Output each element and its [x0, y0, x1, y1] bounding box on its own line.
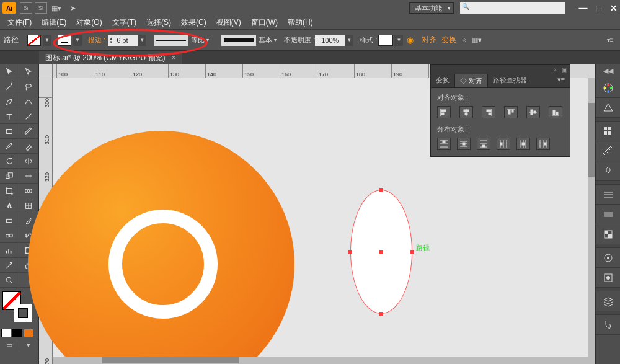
panel-collapse-button[interactable]: «: [553, 66, 557, 73]
panel-tab-transform[interactable]: 变换: [431, 74, 454, 87]
selection-tool[interactable]: [0, 64, 19, 79]
mini-swatch-black[interactable]: [12, 329, 22, 337]
stroke-swatch[interactable]: [58, 35, 71, 46]
menu-window[interactable]: 窗口(W): [246, 17, 283, 28]
anchor-right[interactable]: [410, 250, 414, 254]
arrange-docs-button[interactable]: ▦▾: [50, 2, 63, 14]
free-transform-tool[interactable]: [0, 184, 19, 198]
menu-file[interactable]: 文件(F): [2, 17, 37, 28]
align-right-button[interactable]: [482, 106, 495, 118]
opacity-label[interactable]: 不透明度 :: [284, 35, 315, 45]
align-link[interactable]: 对齐: [422, 35, 436, 45]
type-tool[interactable]: [0, 109, 19, 124]
dist-hcenter-button[interactable]: [516, 138, 530, 150]
panel-menu-icon[interactable]: ▾≡: [552, 74, 570, 87]
stroke-weight-dropdown[interactable]: ▼: [138, 35, 146, 46]
layers-panel-icon[interactable]: [596, 291, 620, 311]
fill-swatch[interactable]: [27, 35, 41, 46]
dist-top-button[interactable]: [437, 138, 451, 150]
control-bar-menu[interactable]: ▾≡: [604, 35, 616, 46]
gradient-panel-icon[interactable]: [596, 205, 620, 224]
variable-width-profile[interactable]: [154, 35, 188, 46]
shape-builder-tool[interactable]: [19, 184, 38, 198]
panel-tab-align[interactable]: ◇ 对齐: [454, 74, 488, 87]
panel-tab-pathfinder[interactable]: 路径查找器: [488, 74, 532, 87]
menu-select[interactable]: 选择(S): [141, 17, 176, 28]
stock-button[interactable]: St: [35, 2, 47, 14]
workspace-switcher[interactable]: 基本功能: [409, 2, 454, 14]
stroke-weight-label[interactable]: 描边 :: [88, 35, 105, 45]
transform-link[interactable]: 变换: [441, 35, 456, 45]
direct-selection-tool[interactable]: [19, 64, 38, 79]
symbols-panel-icon[interactable]: [596, 161, 620, 181]
anchor-top[interactable]: [379, 188, 383, 192]
window-maximize-button[interactable]: □: [596, 3, 601, 13]
horizontal-scrollbar[interactable]: [53, 357, 595, 364]
brush-label[interactable]: 基本: [259, 35, 277, 45]
style-dropdown[interactable]: ▼: [394, 35, 403, 46]
vertical-scrollbar[interactable]: [588, 78, 595, 364]
opacity-input[interactable]: 100%: [315, 35, 345, 46]
search-input[interactable]: [460, 2, 565, 14]
blend-tool[interactable]: [0, 228, 19, 243]
mini-swatch-orange[interactable]: [24, 329, 33, 337]
magic-wand-tool[interactable]: [0, 79, 19, 94]
menu-type[interactable]: 文字(T): [107, 17, 141, 28]
perspective-grid-tool[interactable]: [0, 198, 19, 213]
dist-bottom-button[interactable]: [477, 138, 490, 150]
graphic-styles-panel-icon[interactable]: [596, 268, 620, 288]
menu-help[interactable]: 帮助(H): [283, 17, 318, 28]
opacity-dropdown[interactable]: ▼: [345, 35, 353, 46]
artwork-white-ring[interactable]: [108, 210, 218, 319]
transparency-panel-icon[interactable]: [596, 224, 620, 244]
anchor-bottom[interactable]: [379, 312, 383, 316]
rotate-tool[interactable]: [0, 154, 19, 169]
menu-effect[interactable]: 效果(C): [176, 17, 211, 28]
canvas-area[interactable]: 100 110 120 130 140 150 160 170 180 190 …: [39, 64, 595, 364]
libraries-panel-icon[interactable]: [596, 315, 620, 335]
zoom-tool[interactable]: [0, 273, 19, 288]
align-hcenter-button[interactable]: [459, 106, 473, 118]
dock-expand-icon[interactable]: ◀◀: [596, 64, 620, 78]
pen-tool[interactable]: [0, 94, 19, 109]
scale-tool[interactable]: [0, 169, 19, 184]
lasso-tool[interactable]: [19, 79, 38, 94]
appearance-panel-icon[interactable]: [596, 248, 620, 268]
swatches-panel-icon[interactable]: [596, 122, 620, 141]
pencil-tool[interactable]: [0, 139, 19, 154]
bridge-button[interactable]: Br: [20, 2, 32, 14]
gpu-rocket-icon[interactable]: ➤: [66, 2, 79, 14]
dist-vcenter-button[interactable]: [457, 138, 471, 150]
stroke-indicator[interactable]: [14, 304, 32, 322]
stroke-panel-icon[interactable]: [596, 185, 620, 205]
align-vcenter-button[interactable]: [526, 106, 540, 118]
width-tool[interactable]: [19, 169, 38, 184]
profile-label[interactable]: 等比: [191, 35, 209, 45]
document-tab[interactable]: 图标.ai* @ 200% (CMYK/GPU 预览)×: [39, 51, 182, 64]
eraser-tool[interactable]: [19, 139, 38, 154]
menu-view[interactable]: 视图(V): [211, 17, 246, 28]
anchor-center[interactable]: [379, 250, 383, 254]
close-tab-icon[interactable]: ×: [172, 53, 176, 62]
rectangle-tool[interactable]: [0, 124, 19, 139]
column-graph-tool[interactable]: [0, 243, 19, 258]
mini-swatch-white[interactable]: [1, 329, 11, 337]
reflect-tool[interactable]: [19, 154, 38, 169]
align-top-button[interactable]: [504, 106, 518, 118]
window-close-button[interactable]: ✕: [610, 3, 618, 13]
brush-definition[interactable]: [221, 35, 256, 46]
fill-dropdown[interactable]: ▼: [43, 35, 51, 46]
line-segment-tool[interactable]: [19, 109, 38, 124]
curvature-tool[interactable]: [19, 94, 38, 109]
stroke-dropdown[interactable]: ▼: [73, 35, 82, 46]
ruler-origin[interactable]: [39, 64, 53, 78]
slice-tool[interactable]: [0, 258, 19, 273]
align-left-button[interactable]: [437, 106, 451, 118]
menu-edit[interactable]: 编辑(E): [37, 17, 71, 28]
clip-dropdown-icon[interactable]: ▥▾: [472, 36, 482, 44]
recolor-artwork-icon[interactable]: ◉: [403, 35, 417, 46]
selected-ellipse-path[interactable]: [350, 190, 412, 314]
screen-mode-normal[interactable]: ▭: [0, 339, 19, 351]
dist-right-button[interactable]: [536, 138, 550, 150]
align-bottom-button[interactable]: [549, 106, 562, 118]
